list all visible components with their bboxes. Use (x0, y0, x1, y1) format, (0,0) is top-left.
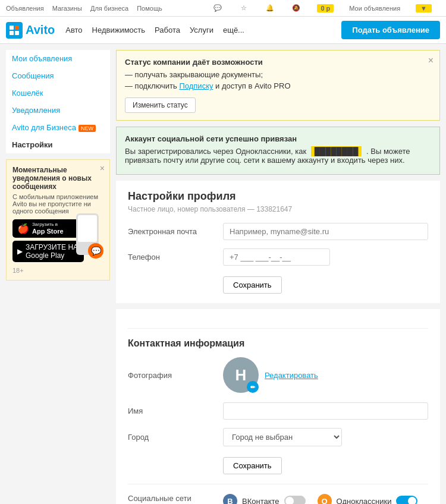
contact-title: Контактная информация (128, 338, 428, 349)
main-content: × Статус компании даёт возможности — пол… (116, 50, 440, 504)
google-play-sub: ЗАГРУЗИТЕ НА (26, 243, 78, 251)
email-label: Электронная почта (128, 227, 223, 236)
top-nav: Объявления Магазины Для бизнеса Помощь 💬… (0, 0, 446, 17)
top-nav-business[interactable]: Для бизнеса (90, 5, 128, 12)
logo[interactable]: Avito (6, 22, 55, 39)
sidebar-item-notifications[interactable]: Уведомления (6, 102, 110, 119)
sidebar-item-my-ads[interactable]: Мои объявления (6, 50, 110, 67)
contact-section: Контактная информация Фотография H ✏ Ред… (116, 309, 440, 504)
sidebar-item-settings[interactable]: Настройки (6, 136, 110, 153)
post-ad-button[interactable]: Подать объявление (341, 21, 440, 39)
nav-realty[interactable]: Недвижимость (92, 26, 145, 34)
avatar-letter: H (235, 366, 247, 385)
top-nav-shops[interactable]: Магазины (52, 5, 82, 12)
phone-screen (78, 215, 97, 242)
promo-text: С мобильным приложением Avito вы не проп… (12, 193, 103, 215)
info-banner-line1: — получать закрывающие документы; (125, 70, 431, 79)
nav-work[interactable]: Работа (155, 26, 180, 34)
app-store-sub: Загрузить в (32, 222, 64, 228)
success-text-1: Вы зарегистрировались через Одноклассник… (125, 147, 306, 156)
edit-badge-icon: ✏ (247, 381, 259, 393)
promo-close-icon[interactable]: × (100, 163, 105, 173)
ok-label: Одноклассники (337, 497, 392, 505)
name-input[interactable] (223, 402, 428, 420)
top-nav-ads[interactable]: Объявления (6, 5, 44, 12)
my-ads-link[interactable]: Мои объявления (349, 5, 400, 12)
bell-icon[interactable]: 🔔 (265, 3, 275, 14)
sidebar-menu: Мои объявления Сообщения Кошелёк Уведомл… (6, 50, 110, 153)
divider-2 (128, 484, 428, 484)
nav-more[interactable]: ещё... (223, 26, 244, 34)
city-row: Город Город не выбран Москва Санкт-Петер… (128, 428, 428, 446)
vk-item: В ВКонтакте (223, 494, 306, 504)
profile-section: Настройки профиля Частное лицо, номер по… (116, 181, 440, 303)
app-store-label: App Store (32, 228, 64, 235)
sidebar-item-wallet[interactable]: Кошелёк (6, 84, 110, 102)
info-banner-close[interactable]: × (428, 55, 434, 66)
photo-label: Фотография (128, 371, 223, 380)
sidebar-promo: × Моментальные уведомления о новых сообщ… (6, 159, 110, 281)
top-nav-help[interactable]: Помощь (137, 5, 162, 12)
contact-save-button[interactable]: Сохранить (223, 457, 282, 474)
notification-icon[interactable]: 🔕 (291, 3, 301, 14)
ok-toggle-knob (408, 497, 416, 504)
logo-icon (6, 22, 23, 39)
vk-icon: В (223, 494, 237, 504)
age-badge: 18+ (12, 267, 103, 274)
vk-toggle-knob (285, 497, 294, 504)
name-label: Имя (128, 407, 223, 415)
google-play-button[interactable]: ▶ ЗАГРУЗИТЕ НА Google Play (12, 241, 84, 262)
main-nav: Avito Авто Недвижимость Работа Услуги ещ… (0, 17, 446, 44)
phone-input[interactable] (223, 248, 330, 266)
balance[interactable]: 0 р (317, 4, 334, 12)
vk-toggle[interactable] (284, 496, 306, 504)
sidebar: Мои объявления Сообщения Кошелёк Уведомл… (6, 50, 110, 504)
user-avatar-top[interactable]: ▼ (416, 4, 432, 12)
social-label: Социальные сети (128, 494, 223, 503)
ok-icon: О (318, 494, 332, 504)
profile-subtitle: Частное лицо, номер пользователя — 13382… (128, 205, 428, 213)
promo-title: Моментальные уведомления о новых сообщен… (12, 166, 103, 191)
photo-row: Фотография H ✏ Редактировать (128, 357, 428, 393)
vk-label: ВКонтакте (242, 497, 279, 505)
logo-squares (10, 26, 19, 35)
page-layout: Мои объявления Сообщения Кошелёк Уведомл… (0, 44, 446, 504)
subscription-link[interactable]: Подписку (179, 81, 213, 90)
profile-save-button[interactable]: Сохранить (223, 276, 282, 294)
avatar: H ✏ (223, 357, 259, 393)
divider-1 (128, 328, 428, 329)
change-status-button[interactable]: Изменить статус (125, 97, 196, 113)
info-banner-title: Статус компании даёт возможности (125, 58, 431, 67)
name-row: Имя (128, 402, 428, 420)
info-banner-line2: — подключить Подписку и доступ в Avito P… (125, 81, 431, 90)
success-banner-title: Аккаунт социальной сети успешно привязан (125, 134, 431, 143)
google-play-texts: ЗАГРУЗИТЕ НА Google Play (26, 243, 78, 260)
edit-photo-link[interactable]: Редактировать (265, 371, 318, 380)
masked-username: ████████ (311, 146, 362, 156)
sidebar-item-business[interactable]: Avito для Бизнеса (6, 119, 110, 136)
nav-services[interactable]: Услуги (190, 26, 213, 34)
google-play-icon: ▶ (17, 247, 23, 256)
social-row: Социальные сети В ВКонтакте (128, 494, 428, 504)
info-banner: × Статус компании даёт возможности — пол… (116, 50, 440, 121)
success-banner: Аккаунт социальной сети успешно привязан… (116, 127, 440, 175)
star-icon[interactable]: ☆ (238, 3, 249, 14)
top-nav-right: 💬 ☆ 🔔 🔕 0 р Мои объявления ▼ (212, 3, 440, 14)
google-play-label: Google Play (26, 251, 78, 260)
city-select[interactable]: Город не выбран Москва Санкт-Петербург Н… (223, 428, 342, 446)
email-input[interactable] (223, 223, 428, 240)
main-nav-links: Авто Недвижимость Работа Услуги ещё... (65, 26, 244, 34)
phone-row: Телефон (128, 248, 428, 266)
chat-icon[interactable]: 💬 (212, 3, 223, 14)
social-networks: В ВКонтакте О Одноклассники (223, 494, 417, 504)
app-store-button[interactable]: 🍎 Загрузить в App Store (12, 219, 84, 238)
phone-label: Телефон (128, 253, 223, 262)
logo-text: Avito (26, 23, 55, 37)
ok-toggle[interactable] (396, 496, 417, 504)
sidebar-item-messages[interactable]: Сообщения (6, 67, 110, 84)
profile-title: Настройки профиля (128, 190, 428, 203)
nav-auto[interactable]: Авто (65, 26, 82, 34)
city-label: Город (128, 433, 223, 442)
chat-bubble-icon: 💬 (88, 243, 103, 259)
apple-icon: 🍎 (17, 223, 29, 234)
